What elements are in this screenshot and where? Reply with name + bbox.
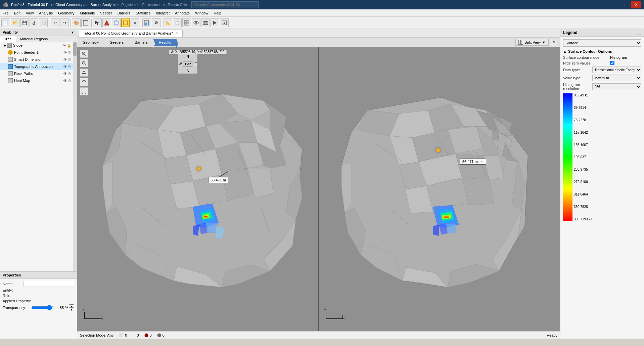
tab-barriers[interactable]: Barriers — [129, 39, 153, 46]
new-button[interactable]: 📄 — [1, 18, 10, 27]
shape-button[interactable] — [102, 18, 111, 27]
trans-up-button[interactable]: ▲ — [69, 304, 74, 308]
menu-item-interpret[interactable]: Interpret — [153, 10, 172, 16]
tab-geometry[interactable]: Geometry — [77, 39, 104, 46]
visibility-scrollbar[interactable] — [73, 42, 77, 271]
heat-map-label: Heat Map — [14, 79, 63, 83]
trans-down-button[interactable]: ▼ — [69, 308, 74, 311]
eye-icon-topo[interactable]: 👁 — [63, 64, 67, 69]
menu-item-file[interactable]: File — [0, 10, 11, 16]
grid-button[interactable] — [182, 18, 191, 27]
print-button[interactable]: 🖨 — [30, 18, 38, 27]
eye-icon-slope[interactable]: 👁 — [62, 43, 66, 47]
open-button[interactable]: 📂 — [11, 18, 19, 27]
menu-item-barriers[interactable]: Barriers — [115, 10, 133, 16]
hex-button[interactable] — [112, 18, 121, 27]
top-view-button[interactable]: TOP — [183, 61, 192, 67]
visibility-item-point-seeder[interactable]: Point Seeder 1 👁 🗑 — [0, 49, 73, 56]
visibility-item-topo-annotation[interactable]: Topographic Annotation 👁 🗑 — [0, 63, 73, 70]
trash-icon-seeder[interactable]: 🗑 — [68, 50, 72, 54]
menu-item-window[interactable]: Window — [192, 10, 211, 16]
render-button[interactable] — [211, 18, 219, 27]
collapse-triangle[interactable]: ▲ — [563, 49, 567, 53]
search-input[interactable] — [191, 1, 259, 8]
histogram-res-select[interactable]: 256 — [592, 83, 641, 90]
settings-button[interactable]: ⚙ — [152, 18, 160, 27]
stop-button[interactable]: ✕ — [131, 18, 139, 27]
tab-seeders[interactable]: Seeders — [104, 39, 129, 46]
trash-icon-dim[interactable]: 🗑 — [68, 57, 72, 61]
eye-button[interactable] — [192, 18, 200, 27]
view-button[interactable] — [81, 18, 90, 27]
color-label-6: 233.9735 — [574, 168, 592, 171]
visibility-item-smart-dimension[interactable]: Smart Dimension 👁 🗑 — [0, 56, 73, 63]
minimize-button[interactable]: ─ — [611, 1, 621, 8]
point-seeder-icon — [8, 50, 13, 55]
menu-item-geometry[interactable]: Geometry — [55, 10, 77, 16]
expand-button[interactable] — [80, 87, 88, 95]
tab-material-regions[interactable]: Material Regions — [16, 36, 52, 42]
export-button[interactable] — [220, 18, 229, 27]
trash-icon-topo[interactable]: 🗑 — [68, 64, 72, 69]
tab-close-icon[interactable]: ✕ — [176, 32, 178, 35]
pan-button[interactable] — [80, 69, 88, 77]
color-button[interactable]: 🎨 — [72, 18, 81, 27]
tab-tree[interactable]: Tree — [0, 36, 16, 42]
save-button[interactable]: 💾 — [20, 18, 29, 27]
svg-rect-21 — [518, 40, 520, 45]
eye-icon-paths[interactable]: 👁 — [63, 72, 67, 76]
undo-button[interactable]: ↩ — [51, 18, 59, 27]
hide-zero-checkbox[interactable] — [610, 61, 614, 65]
refresh-button[interactable]: ↻ — [550, 39, 557, 46]
svg-rect-22 — [521, 40, 523, 45]
eye-icon-heatmap[interactable]: 👁 — [63, 79, 67, 83]
zoom-fit-button[interactable] — [80, 50, 88, 58]
lock-icon-slope[interactable]: 🔒 — [67, 43, 72, 48]
rotate-button[interactable] — [80, 78, 88, 86]
trash-icon-heatmap[interactable]: 🗑 — [68, 79, 72, 83]
redo-button[interactable]: ↪ — [60, 18, 69, 27]
tabbar: Tutorial 06 Point Cloud Geometry and Bar… — [77, 29, 560, 38]
applied-prop-row: Applied Property: — [3, 299, 74, 303]
left-viewport[interactable]: At X: 285598.19, Y:4152387.88, Z:0 — [77, 47, 319, 331]
active-tool-button[interactable] — [121, 18, 130, 27]
close-button[interactable]: ✕ — [631, 1, 641, 8]
statusbar: Selection Mode: Any ⬜ 0 ↩ 0 ⬤ 0 ⬤ 0 Read… — [77, 331, 560, 339]
menu-item-view[interactable]: View — [23, 10, 37, 16]
menu-item-seeder[interactable]: Seeder — [97, 10, 114, 16]
info-button[interactable]: 📋 — [173, 18, 182, 27]
main-tab[interactable]: Tutorial 06 Point Cloud Geometry and Bar… — [79, 30, 183, 37]
data-type-select[interactable]: Translational Kinetic Energy — [592, 67, 641, 73]
eye-icon-seeder[interactable]: 👁 — [63, 50, 67, 54]
transparency-slider[interactable] — [31, 305, 55, 310]
camera-button[interactable] — [201, 18, 210, 27]
analysis-button[interactable] — [142, 18, 151, 27]
trash-icon-paths[interactable]: 🗑 — [68, 72, 72, 76]
menu-item-edit[interactable]: Edit — [11, 10, 23, 16]
status-count-2: 0 — [137, 333, 139, 337]
right-viewport[interactable]: 56.471 m ← Z Y — [319, 47, 560, 331]
tab-results[interactable]: Results — [153, 39, 177, 46]
select-button[interactable] — [93, 18, 102, 27]
visibility-item-heat-map[interactable]: Heat Map 👁 🗑 — [0, 77, 73, 84]
visibility-item-slope[interactable]: ▶ Slope 👁 🔒 — [0, 42, 73, 49]
maximize-button[interactable]: □ — [622, 1, 631, 8]
visibility-item-rock-paths[interactable]: Rock Paths 👁 🗑 — [0, 70, 73, 77]
annotation-right-text: 56.471 m — [462, 160, 478, 164]
surface-select[interactable]: Surface — [563, 39, 641, 47]
split-view-button[interactable]: Split View ▼ — [515, 39, 549, 46]
scrollbar-thumb[interactable] — [73, 42, 77, 56]
name-input[interactable] — [24, 281, 74, 287]
surface-contour-title: ▲ Surface Contour Options — [563, 49, 641, 53]
menu-item-annotate[interactable]: Annotate — [172, 10, 192, 16]
eye-icon-dim[interactable]: 👁 — [63, 57, 67, 61]
value-type-select[interactable]: Maximum — [592, 75, 641, 81]
menu-item-help[interactable]: Help — [211, 10, 224, 16]
menu-item-statistics[interactable]: Statistics — [133, 10, 153, 16]
menu-item-analysis[interactable]: Analysis — [36, 10, 55, 16]
properties-button[interactable]: ⬜ — [39, 18, 48, 27]
menu-item-materials[interactable]: Materials — [77, 10, 98, 16]
measure-button[interactable]: 📐 — [164, 18, 172, 27]
zoom-button[interactable] — [80, 59, 88, 67]
section-title-text: Surface Contour Options — [568, 49, 612, 53]
